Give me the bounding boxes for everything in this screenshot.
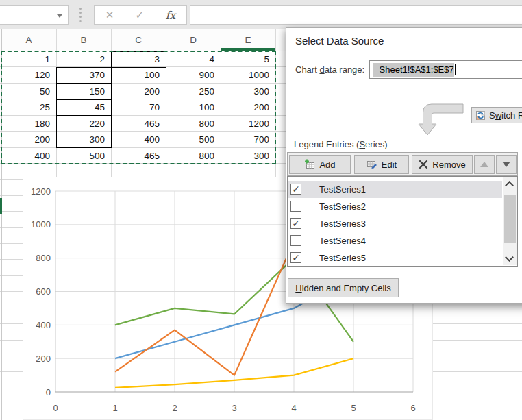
scrollbar-thumb[interactable] <box>504 195 516 243</box>
add-icon <box>304 159 315 170</box>
down-arrow-icon <box>502 162 510 167</box>
move-down-button[interactable] <box>496 155 517 174</box>
selection-marquee <box>1 51 276 164</box>
column-header-B[interactable]: B <box>56 29 111 51</box>
series-name: TestSeries2 <box>319 198 366 215</box>
series-name: TestSeries3 <box>319 215 366 232</box>
series-list: ✓TestSeries1TestSeries2✓TestSeries3TestS… <box>287 176 518 267</box>
series-list-item[interactable]: ✓TestSeries1 <box>288 181 502 198</box>
legend-entries-label: Legend Entries (Series) <box>294 139 388 149</box>
column-header-C[interactable]: C <box>111 29 166 51</box>
x-tick-label-0: 0 <box>53 403 58 413</box>
x-tick-label-2: 2 <box>172 403 177 413</box>
edit-button-label: Edit <box>382 160 397 170</box>
series-list-scrollbar[interactable] <box>503 177 517 265</box>
series-name: TestSeries1 <box>319 181 366 198</box>
selected-range-text: =Sheet1!$A$1:$E$7 <box>373 63 454 77</box>
series-checkbox[interactable] <box>290 201 301 212</box>
move-up-button[interactable] <box>474 155 495 174</box>
scroll-down-icon[interactable] <box>505 253 514 262</box>
y-tick-label-400: 400 <box>36 320 51 330</box>
series-list-item[interactable]: TestSeries2 <box>288 198 502 215</box>
hidden-and-empty-cells-button[interactable]: Hidden and Empty Cells <box>288 278 399 297</box>
formula-bar-strip: ✕ ✓ fx <box>0 0 522 29</box>
add-series-button[interactable]: Add <box>289 155 351 174</box>
y-tick-label-200: 200 <box>36 354 51 364</box>
formula-input[interactable] <box>190 5 522 25</box>
column-header-D[interactable]: D <box>166 29 221 51</box>
edit-icon <box>366 159 377 170</box>
remove-icon <box>419 160 428 169</box>
y-tick-label-800: 800 <box>36 253 51 263</box>
y-tick-label-0: 0 <box>46 387 51 397</box>
y-tick-label-1000: 1000 <box>31 219 51 230</box>
x-tick-label-6: 6 <box>410 403 415 413</box>
x-tick-label-4: 4 <box>291 403 296 413</box>
series-checkbox[interactable]: ✓ <box>290 184 301 195</box>
active-cell-indicator <box>0 198 2 214</box>
up-arrow-icon <box>480 162 488 167</box>
y-tick-label-600: 600 <box>36 286 51 297</box>
scroll-up-icon[interactable] <box>505 181 514 190</box>
x-tick-label-5: 5 <box>351 403 356 413</box>
enter-icon[interactable]: ✓ <box>136 9 145 21</box>
y-tick-label-1200: 1200 <box>31 186 51 197</box>
series-checkbox[interactable]: ✓ <box>290 252 301 263</box>
name-box-dropdown-icon[interactable] <box>57 14 62 18</box>
name-box[interactable] <box>0 5 69 25</box>
switch-button-label: Switch Row/Column <box>489 110 522 121</box>
switch-row-column-button[interactable]: Switch Row/Column <box>471 107 522 123</box>
series-list-item[interactable]: TestSeries4 <box>288 232 502 249</box>
column-header-A[interactable]: A <box>1 29 56 51</box>
series-list-item[interactable]: ✓TestSeries3 <box>288 215 502 232</box>
edit-series-button[interactable]: Edit <box>354 155 409 174</box>
remove-button-label: Remove <box>432 160 465 170</box>
chart-data-range-label: Chart data range: <box>295 64 364 75</box>
x-tick-label-3: 3 <box>232 403 236 413</box>
series-name: TestSeries5 <box>319 249 366 267</box>
text-caret <box>455 64 456 75</box>
cancel-icon[interactable]: ✕ <box>105 9 114 21</box>
series-list-item[interactable]: ✓TestSeries5 <box>288 249 502 267</box>
formula-bar-grip[interactable] <box>79 8 82 22</box>
select-data-source-dialog: Select Data Source Chart data range: =Sh… <box>286 27 522 304</box>
excel-window: ✕ ✓ fx ABCDE 123451203701009001000501502… <box>0 0 522 420</box>
chart-data-range-input[interactable]: =Sheet1!$A$1:$E$7 <box>369 60 522 79</box>
dialog-title[interactable]: Select Data Source <box>295 35 384 47</box>
remove-series-button[interactable]: Remove <box>412 155 473 174</box>
series-name: TestSeries4 <box>319 232 366 249</box>
series-toolbar: Add Edit Remove <box>287 152 518 176</box>
x-tick-label-1: 1 <box>112 403 117 413</box>
add-button-label: Add <box>319 160 335 170</box>
series-checkbox[interactable] <box>290 235 301 246</box>
series-checkbox[interactable]: ✓ <box>290 218 301 229</box>
insert-function-icon[interactable]: fx <box>165 9 175 22</box>
formula-buttons: ✕ ✓ fx <box>94 5 187 25</box>
switch-row-column-icon <box>475 110 486 121</box>
